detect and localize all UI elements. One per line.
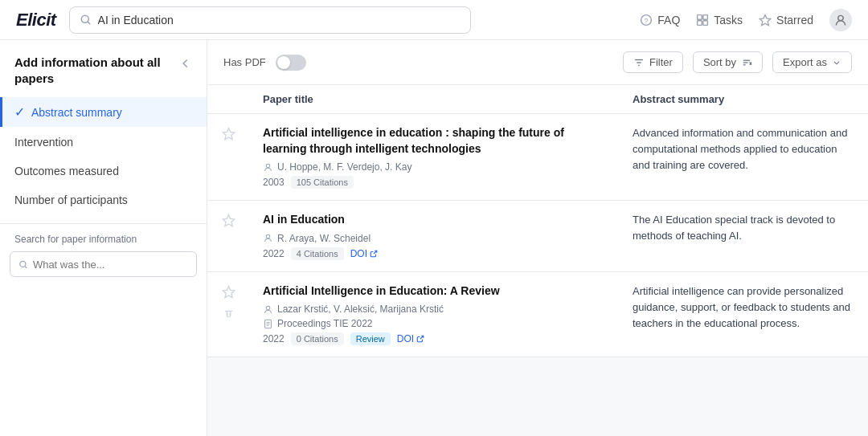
sidebar-item-outcomes-measured[interactable]: Outcomes measured <box>0 157 207 185</box>
svg-rect-4 <box>698 14 702 19</box>
table-header-row: Paper title Abstract summary <box>207 85 868 114</box>
user-icon[interactable] <box>829 9 852 31</box>
abstract-cell: Advanced information and communication a… <box>620 114 868 201</box>
faq-label: FAQ <box>657 14 680 26</box>
paper-meta: 2003105 Citations <box>263 176 607 189</box>
question-icon: ? <box>640 14 653 26</box>
sidebar-nav: ✓ Abstract summary Intervention Outcomes… <box>0 97 207 214</box>
paper-year: 2022 <box>263 248 285 259</box>
svg-point-22 <box>266 235 270 239</box>
svg-marker-24 <box>223 286 234 297</box>
paper-title-cell: Artificial Intelligence in Education: A … <box>250 271 620 357</box>
paper-authors: Lazar Krstić, V. Aleksić, Marijana Krsti… <box>263 304 607 315</box>
starred-button[interactable]: Starred <box>759 14 813 26</box>
filter-label: Filter <box>649 56 673 68</box>
starred-label: Starred <box>776 14 813 26</box>
doi-link[interactable]: DOI <box>397 333 424 344</box>
table-row: Artificial intelligence in education : s… <box>207 114 868 201</box>
sidebar-search-box <box>10 251 197 277</box>
abstract-text: The AI Education special track is devote… <box>633 212 855 244</box>
paper-title[interactable]: Artificial intelligence in education : s… <box>263 125 607 157</box>
sidebar-item-label: Intervention <box>14 136 73 149</box>
paper-year: 2022 <box>263 333 285 344</box>
paper-authors: U. Hoppe, M. F. Verdejo, J. Kay <box>263 161 607 173</box>
papers-table-container: Paper title Abstract summary Artificial … <box>207 85 868 436</box>
sidebar-title: Add information about all papers <box>14 55 171 86</box>
tasks-button[interactable]: Tasks <box>696 14 743 26</box>
svg-rect-6 <box>698 20 702 25</box>
has-pdf-toggle-wrap <box>276 55 306 71</box>
toggle-knob <box>277 56 290 69</box>
papers-tbody: Artificial intelligence in education : s… <box>207 114 868 357</box>
svg-marker-21 <box>223 215 234 226</box>
star-button[interactable] <box>220 212 237 231</box>
doi-link[interactable]: DOI <box>350 248 378 259</box>
th-paper-title: Paper title <box>250 85 620 114</box>
action-cell <box>207 114 250 201</box>
check-icon: ✓ <box>14 104 25 120</box>
paper-authors: R. Araya, W. Scheidel <box>263 233 607 244</box>
abstract-cell: The AI Education special track is devote… <box>620 201 868 272</box>
grid-icon <box>696 14 709 26</box>
sidebar-item-label: Number of participants <box>14 194 128 206</box>
collapse-button[interactable] <box>178 56 192 75</box>
sidebar-item-intervention[interactable]: Intervention <box>0 128 207 156</box>
filter-button[interactable]: Filter <box>623 51 683 73</box>
chevron-down-icon <box>832 58 841 67</box>
logo: Elicit <box>16 10 56 31</box>
search-icon <box>80 14 92 26</box>
paper-proceedings: Proceedings TIE 2022 <box>263 318 607 329</box>
content-area: Has PDF Filter Sort by Export as <box>207 40 868 436</box>
sort-by-button[interactable]: Sort by <box>693 51 763 73</box>
th-action <box>207 85 250 114</box>
export-as-label: Export as <box>783 56 827 68</box>
star-icon <box>759 14 772 26</box>
search-bar <box>69 6 471 34</box>
export-as-button[interactable]: Export as <box>772 51 852 73</box>
svg-line-1 <box>88 22 90 24</box>
filter-icon <box>633 57 645 68</box>
citations-badge: 0 Citations <box>291 332 344 345</box>
star-button[interactable] <box>220 283 237 303</box>
svg-line-11 <box>25 266 27 267</box>
abstract-cell: Artificial intelligence can provide pers… <box>620 271 868 357</box>
author-icon <box>263 304 273 315</box>
table-row: Artificial Intelligence in Education: A … <box>207 271 868 357</box>
content-toolbar: Has PDF Filter Sort by Export as <box>207 40 868 85</box>
star-button[interactable] <box>220 125 237 145</box>
svg-rect-7 <box>703 20 708 25</box>
paper-title-cell: Artificial intelligence in education : s… <box>250 114 620 201</box>
svg-marker-19 <box>223 128 234 140</box>
author-icon <box>263 162 273 173</box>
paper-search-input[interactable] <box>33 259 188 271</box>
has-pdf-toggle[interactable] <box>276 55 306 71</box>
topbar: Elicit ? FAQ Tasks Starred <box>0 0 868 40</box>
delete-button[interactable] <box>221 306 236 324</box>
sidebar-search-label: Search for paper information <box>0 230 207 251</box>
svg-text:?: ? <box>645 17 649 25</box>
svg-point-28 <box>266 306 270 310</box>
search-input[interactable] <box>98 14 461 26</box>
action-cell <box>207 201 250 272</box>
search-icon-sidebar <box>18 259 28 270</box>
sidebar-item-label: Abstract summary <box>31 106 122 119</box>
sidebar-item-abstract-summary[interactable]: ✓ Abstract summary <box>0 97 207 127</box>
th-abstract-summary: Abstract summary <box>620 85 868 114</box>
sidebar-item-number-of-participants[interactable]: Number of participants <box>0 186 207 214</box>
topbar-right: ? FAQ Tasks Starred <box>640 9 852 31</box>
abstract-text: Advanced information and communication a… <box>633 125 855 173</box>
main-layout: Add information about all papers ✓ Abstr… <box>0 40 868 436</box>
paper-title[interactable]: AI in Education <box>263 212 607 228</box>
sidebar-header: Add information about all papers <box>0 55 207 97</box>
papers-table: Paper title Abstract summary Artificial … <box>207 85 868 357</box>
svg-marker-8 <box>760 14 771 25</box>
sidebar: Add information about all papers ✓ Abstr… <box>0 40 207 436</box>
citations-badge: 105 Citations <box>291 176 354 189</box>
table-row: AI in EducationR. Araya, W. Scheidel2022… <box>207 201 868 272</box>
paper-title[interactable]: Artificial Intelligence in Education: A … <box>263 283 607 299</box>
faq-button[interactable]: ? FAQ <box>640 14 680 26</box>
svg-point-20 <box>266 164 270 168</box>
document-icon <box>263 319 273 329</box>
svg-rect-5 <box>703 14 708 19</box>
sidebar-item-label: Outcomes measured <box>14 165 119 177</box>
